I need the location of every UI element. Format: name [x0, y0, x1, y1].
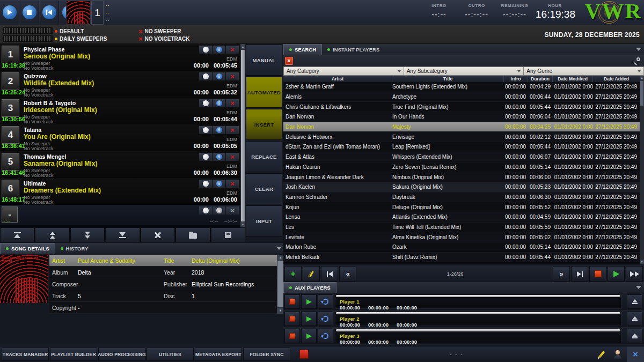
stop-button[interactable] — [20, 1, 39, 24]
aux-stop-button[interactable] — [284, 329, 300, 343]
table-row[interactable]: Josh Kaelen Sakura (Original Mix) 00:00:… — [283, 182, 640, 193]
song-details-row[interactable]: Album Delta Year 2018 — [49, 267, 277, 278]
tab-song-details[interactable]: SONG DETAILS — [0, 243, 55, 254]
info-button[interactable]: i — [213, 180, 225, 188]
playlist-item[interactable]: 2 16:25:24 Quizzow Wildlife (Extended Mi… — [0, 71, 240, 97]
aux-loop-button[interactable] — [318, 312, 333, 326]
shuffle-button[interactable] — [141, 227, 175, 242]
scroll-down-icon[interactable]: ▼ — [640, 260, 644, 264]
table-row[interactable]: Dan Norvan In Our Hands 00:00:00 00:06:0… — [283, 112, 640, 122]
genre-dropdown[interactable]: Any Genre — [523, 67, 644, 76]
library-scrollbar[interactable]: ▲ ▼ — [640, 76, 644, 264]
sweeper-bank-daily[interactable]: DAILY SWEEPERS — [55, 36, 107, 42]
first-page-button[interactable] — [321, 266, 338, 282]
mode-button[interactable]: CLEAR — [246, 173, 282, 204]
no-voicetrack-toggle[interactable]: × NO VOICETRACK — [138, 36, 190, 42]
play-button[interactable] — [608, 266, 625, 282]
table-row[interactable]: 2sher & Martin Graff Southern Lights (Ex… — [283, 82, 640, 92]
prelisten-button[interactable] — [199, 153, 212, 161]
skip-start-button[interactable] — [40, 1, 59, 24]
column-header-modified[interactable]: Date Modified — [553, 76, 593, 82]
table-row[interactable]: East & Atlas Whispers (Extended Mix) 00:… — [283, 152, 640, 162]
song-details-row[interactable]: Track 5 Disc 1 — [49, 290, 277, 302]
table-row[interactable]: Dan Norvan Majesty 00:00:00 00:04:25 01/… — [283, 122, 640, 132]
info-button[interactable]: i — [213, 46, 225, 54]
aux-eject-button[interactable] — [627, 312, 642, 326]
playlist-item[interactable]: 4 16:36:41 Tatana You Are (Original Mix)… — [0, 124, 240, 151]
stop-button[interactable] — [589, 266, 606, 282]
table-row[interactable]: Alemis Archetype 00:00:00 00:06:44 01/01… — [283, 92, 640, 102]
info-button[interactable]: i — [213, 72, 225, 80]
aux-progress-bar[interactable] — [336, 295, 620, 297]
playlist-item[interactable]: 3 16:30:56 Robert B & Taygeto Iridescent… — [0, 98, 240, 124]
subcategory-dropdown[interactable]: Any Subcategory — [404, 67, 524, 76]
taskbar-button[interactable]: FOLDER SYNC — [243, 348, 290, 361]
remove-button[interactable]: × — [226, 46, 239, 54]
play-button[interactable] — [0, 1, 19, 24]
clear-search-button[interactable]: × — [285, 57, 293, 65]
taskbar-button[interactable]: METADATA EXPORT — [195, 348, 242, 361]
move-top-button[interactable] — [0, 227, 34, 242]
table-row[interactable]: Mehdi Belkadi Shift (Davz Remix) 00:00:0… — [283, 253, 640, 263]
close-button[interactable]: × — [627, 346, 644, 362]
filter-icon[interactable] — [636, 286, 641, 289]
table-row[interactable]: Kamron Schrader Daybreak 00:00:00 00:06:… — [283, 193, 640, 203]
table-row[interactable]: Levitate Alma Kinetika (Original Mix) 00… — [283, 232, 640, 242]
move-down-button[interactable] — [70, 227, 105, 242]
prelisten-button[interactable] — [199, 126, 212, 134]
info-button[interactable]: i — [213, 99, 225, 107]
mode-button[interactable]: INPUT — [246, 205, 282, 237]
edit-button[interactable] — [594, 346, 610, 362]
next-page-button[interactable]: » — [553, 266, 570, 282]
taskbar-button[interactable]: UTILITIES — [147, 348, 194, 361]
add-to-playlist-button[interactable]: + — [284, 266, 302, 282]
open-folder-button[interactable] — [175, 227, 210, 242]
skip-end-button[interactable] — [626, 266, 643, 282]
taskbar-button[interactable]: AUDIO PROCESSING — [98, 348, 145, 361]
playlist-empty-slot[interactable]: - i × --:-- --:-- --:--:-- — [0, 205, 240, 225]
column-header-added[interactable]: Date Added — [593, 76, 640, 82]
aux-play-button[interactable] — [301, 294, 317, 309]
search-icon[interactable] — [633, 57, 641, 65]
scrollbar-thumb[interactable] — [640, 81, 643, 106]
tab-search[interactable]: SEARCH — [283, 44, 322, 55]
song-details-row[interactable]: Artist Paul Arcane & Sodality Title Delt… — [49, 255, 277, 267]
table-row[interactable]: dStarr, Zan and Ezi (with Tomas Moran) L… — [283, 142, 640, 152]
mode-button[interactable]: REPLACE — [246, 141, 282, 172]
prelisten-button[interactable] — [199, 180, 212, 188]
aux-progress-bar[interactable] — [336, 312, 620, 314]
tab-aux-players[interactable]: AUX PLAYERS — [283, 282, 336, 293]
column-header-artist[interactable]: Artist — [283, 76, 392, 82]
scroll-up-icon[interactable]: ▲ — [640, 76, 644, 80]
category-dropdown[interactable]: Any Category — [283, 67, 404, 76]
filter-icon[interactable] — [276, 247, 282, 250]
info-button[interactable]: i — [213, 153, 225, 161]
prelisten-button[interactable] — [199, 206, 212, 215]
aux-stop-button[interactable] — [284, 294, 300, 309]
playlist-scrollbar[interactable]: ▲ ▼ — [240, 44, 245, 227]
table-row[interactable]: Joaquin Limon & Alexander Dark Nimbus (O… — [283, 172, 640, 182]
prev-page-button[interactable]: « — [339, 266, 356, 282]
taskbar-button[interactable]: PLAYLIST BUILDER — [50, 348, 97, 361]
column-header-intro[interactable]: Intro — [504, 76, 528, 82]
playlist-item[interactable]: 6 16:48:17 Ultimate Dreamers (Extended M… — [0, 178, 240, 204]
column-header-duration[interactable]: Duration — [528, 76, 553, 82]
scrollbar-thumb[interactable] — [277, 261, 283, 307]
prelisten-button[interactable] — [199, 72, 212, 80]
playlist-item[interactable]: 1 16:19:38 Physical Phase Serious (Origi… — [0, 44, 240, 70]
aux-play-button[interactable] — [301, 312, 317, 326]
table-row[interactable]: Les Time Will Tell (Extended Mix) 00:00:… — [283, 223, 640, 233]
table-row[interactable]: Kojun Deluge (Original Mix) 00:00:00 00:… — [283, 202, 640, 212]
process-button[interactable] — [303, 266, 320, 282]
aux-play-button[interactable] — [301, 329, 317, 343]
prelisten-button[interactable] — [199, 46, 212, 54]
user-button[interactable] — [610, 346, 626, 362]
table-row[interactable]: Hakan Ozurun Zero Seven (Lensa Remix) 00… — [283, 162, 640, 173]
aux-eject-button[interactable] — [627, 294, 642, 309]
scroll-up-icon[interactable]: ▲ — [240, 44, 245, 49]
song-details-row[interactable]: Composer - Publisher Elliptical Sun Reco… — [49, 278, 277, 290]
info-button[interactable]: i — [213, 126, 225, 134]
prelisten-button[interactable] — [199, 99, 212, 107]
taskbar-button[interactable]: TRACKS MANAGER — [2, 348, 49, 361]
mode-button[interactable]: INSERT — [246, 109, 282, 140]
